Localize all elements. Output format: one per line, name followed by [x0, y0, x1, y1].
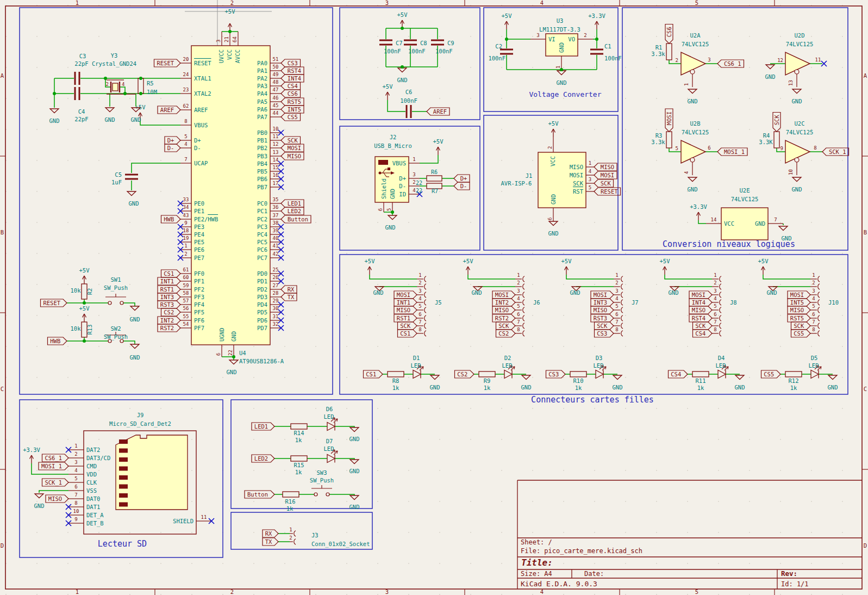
- global-label-text[interactable]: D+: [167, 137, 174, 144]
- pin-number[interactable]: 8: [74, 500, 77, 506]
- pin-number[interactable]: 1: [589, 160, 591, 166]
- power-label[interactable]: +5V: [502, 13, 513, 19]
- gnd-label[interactable]: GND: [373, 289, 384, 296]
- global-label-text[interactable]: RST3: [160, 301, 174, 308]
- pin-number[interactable]: 2: [714, 280, 716, 286]
- label[interactable]: 10k: [71, 325, 82, 332]
- pin-number[interactable]: 4: [714, 296, 716, 301]
- label[interactable]: 100nF: [400, 97, 417, 104]
- pin-number[interactable]: 6: [714, 312, 716, 317]
- global-label-text[interactable]: SCK: [695, 323, 706, 329]
- pin-name[interactable]: PE4: [194, 231, 204, 238]
- power-label[interactable]: +5V: [433, 138, 444, 145]
- global-label-text[interactable]: AREF: [160, 107, 174, 113]
- global-label-text[interactable]: RST4: [288, 67, 301, 74]
- pin-name[interactable]: PE5: [194, 239, 204, 245]
- pin-number[interactable]: 1: [184, 243, 187, 249]
- pin-number[interactable]: 20: [183, 57, 189, 62]
- pin-name[interactable]: PF7: [194, 325, 204, 331]
- pin-number[interactable]: 5: [517, 303, 520, 309]
- pin-number[interactable]: 16: [273, 172, 279, 178]
- pin-number[interactable]: 28: [273, 290, 279, 296]
- pin-name[interactable]: CMD: [86, 463, 97, 469]
- pin-name[interactable]: PA7: [257, 114, 267, 120]
- global-label-text[interactable]: RST4: [692, 315, 705, 321]
- pin-number[interactable]: 8: [615, 327, 618, 332]
- section-title[interactable]: Lecteur SD: [98, 539, 147, 549]
- gnd-label[interactable]: GND: [105, 116, 115, 123]
- label[interactable]: C4: [78, 108, 85, 115]
- pin-name[interactable]: PD1: [257, 278, 267, 284]
- global-label-text[interactable]: INT2: [160, 317, 174, 324]
- pin-number[interactable]: 1: [419, 272, 421, 278]
- pin-name[interactable]: PB2: [257, 145, 267, 151]
- pin-name[interactable]: PB6: [257, 176, 267, 182]
- label[interactable]: U2B: [690, 120, 701, 127]
- gnd-label[interactable]: GND: [688, 186, 698, 193]
- gnd-label[interactable]: GND: [397, 77, 408, 83]
- pin-number[interactable]: 8: [184, 119, 187, 124]
- junction-dot[interactable]: [560, 68, 563, 71]
- junction-dot[interactable]: [123, 92, 127, 95]
- global-label-text[interactable]: MOSI_1: [41, 463, 62, 470]
- pin-name[interactable]: PB4: [257, 160, 267, 167]
- gnd-label[interactable]: GND: [792, 98, 802, 104]
- gnd-label[interactable]: GND: [430, 384, 440, 391]
- pin-name[interactable]: PC0: [257, 200, 267, 207]
- pin-name[interactable]: AVCC: [235, 49, 241, 63]
- pin-number[interactable]: 6: [547, 218, 553, 220]
- global-label-text[interactable]: CS6: [666, 27, 672, 37]
- pin-number[interactable]: 18: [183, 228, 189, 233]
- pin-number[interactable]: 56: [183, 306, 189, 311]
- pin-name[interactable]: PD2: [257, 286, 267, 293]
- pin-name[interactable]: PE7: [194, 255, 204, 261]
- pin-number[interactable]: 13: [273, 150, 279, 155]
- pin-number[interactable]: 38: [273, 220, 279, 226]
- pin-name[interactable]: PF6: [194, 317, 204, 324]
- label[interactable]: R16: [285, 498, 296, 505]
- label[interactable]: LM1117DT-3.3: [539, 26, 580, 33]
- pin-number[interactable]: 2: [184, 251, 187, 257]
- pin-name[interactable]: PE2/HWB: [194, 216, 218, 222]
- pin-number[interactable]: 15: [273, 165, 279, 170]
- pin-number[interactable]: 5: [812, 303, 815, 309]
- junction-dot[interactable]: [391, 210, 394, 214]
- pin-name[interactable]: PA3: [257, 83, 267, 89]
- label[interactable]: SW3: [317, 469, 327, 476]
- label[interactable]: R6: [431, 169, 438, 175]
- label[interactable]: 1k: [697, 385, 704, 391]
- label[interactable]: 22: [416, 180, 422, 186]
- pin-number[interactable]: 5: [74, 476, 77, 481]
- pin-number[interactable]: 2: [812, 280, 815, 286]
- gnd-label[interactable]: GND: [385, 224, 396, 231]
- pin-number[interactable]: 39: [273, 228, 279, 233]
- pin-name[interactable]: PD4: [257, 301, 267, 308]
- pin-number[interactable]: 54: [183, 321, 189, 327]
- global-label-text[interactable]: MOSI: [288, 145, 301, 151]
- global-label-text[interactable]: HWB: [164, 216, 174, 222]
- pin-number[interactable]: 9: [184, 220, 187, 226]
- pin-name[interactable]: DAT0: [86, 495, 100, 502]
- label[interactable]: 1uF: [111, 179, 122, 185]
- pin-name[interactable]: PD0: [257, 270, 267, 277]
- label[interactable]: U2D: [795, 32, 805, 39]
- label[interactable]: 2: [106, 82, 109, 87]
- pin-number[interactable]: 61: [183, 267, 189, 272]
- pin-name[interactable]: AREF: [194, 107, 208, 113]
- pin-name[interactable]: PF5: [194, 309, 204, 315]
- label[interactable]: R7: [432, 188, 438, 194]
- gnd-label[interactable]: GND: [570, 289, 580, 296]
- pin-name[interactable]: PB0: [257, 129, 267, 136]
- power-label[interactable]: +5V: [548, 120, 559, 127]
- label[interactable]: R14: [294, 430, 304, 436]
- pin-name[interactable]: PC5: [257, 239, 267, 245]
- pin-name[interactable]: DAT2: [86, 447, 100, 453]
- connector-ref-J8[interactable]: J8: [730, 299, 737, 306]
- junction-dot[interactable]: [139, 77, 142, 80]
- pin-number[interactable]: 6: [74, 484, 77, 489]
- junction-dot[interactable]: [139, 92, 142, 95]
- pin-name[interactable]: VBUS: [194, 122, 208, 128]
- label[interactable]: 1: [684, 83, 689, 86]
- pin-name[interactable]: VDD: [86, 471, 97, 478]
- global-label-text[interactable]: CS4: [288, 83, 298, 89]
